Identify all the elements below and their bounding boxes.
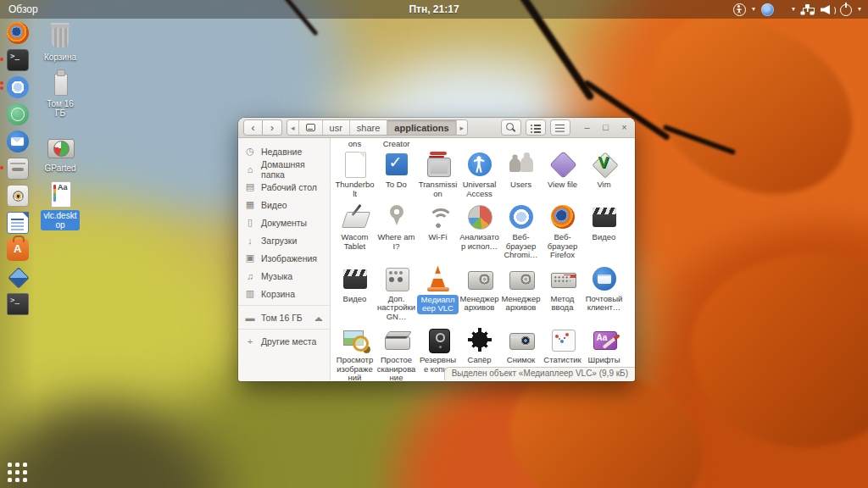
- app-item-vlc-selected[interactable]: Медиаплеер VLC: [417, 264, 459, 314]
- desktop-file-icon: [46, 180, 75, 208]
- desktop-item-gparted[interactable]: GParted: [44, 133, 75, 173]
- app-item-archive-manager[interactable]: Менеджер архивов: [459, 264, 500, 313]
- chevron-down-icon[interactable]: ▾: [752, 0, 755, 19]
- sidebar-label: Домашняя папка: [261, 159, 323, 180]
- desktop-item-volume[interactable]: Том 16 ГБ: [42, 69, 79, 118]
- dock-item-files[interactable]: [5, 157, 31, 180]
- accessibility-icon[interactable]: [733, 3, 746, 16]
- dock-item-green-app[interactable]: [5, 103, 31, 125]
- sidebar-item-recent[interactable]: ◷Недавние: [238, 142, 330, 160]
- app-item-firefox[interactable]: Веб-браузер Firefox: [542, 202, 583, 260]
- dock-item-media-player[interactable]: [5, 184, 31, 207]
- app-item-vim[interactable]: Vim: [583, 150, 625, 190]
- dock-item-thunderbird[interactable]: [5, 130, 31, 152]
- activities-button[interactable]: Обзор: [0, 0, 47, 19]
- sidebar-item-music[interactable]: ♫Музыка: [238, 267, 330, 285]
- app-grid: Thunderbolt To Do Transmission Universal…: [334, 150, 626, 380]
- dock-item-libreoffice-writer[interactable]: [5, 211, 31, 234]
- music-note-icon: ♫: [245, 271, 255, 281]
- path-scroll-left[interactable]: ◂: [287, 120, 299, 135]
- home-icon: ⌂: [245, 164, 255, 175]
- sidebar-item-trash[interactable]: ▥Корзина: [238, 285, 330, 302]
- app-indicator-icon[interactable]: [761, 3, 774, 16]
- app-label: Transmission: [417, 180, 459, 198]
- sidebar-item-home[interactable]: ⌂Домашняя папка: [238, 160, 330, 178]
- sidebar-item-documents[interactable]: ▯Документы: [238, 214, 330, 231]
- back-button[interactable]: ‹: [243, 119, 263, 136]
- sidebar-label: Музыка: [261, 271, 292, 281]
- sidebar-item-other-locations[interactable]: +Другие места: [238, 332, 330, 350]
- app-item-disk-usage-analyzer[interactable]: Анализатор испол…: [459, 202, 500, 251]
- sidebar-item-downloads[interactable]: ↓Загрузки: [238, 231, 330, 249]
- app-item-simple-scan[interactable]: Простое сканирование: [376, 325, 417, 380]
- close-button[interactable]: ×: [619, 119, 630, 136]
- desktop-item-trash[interactable]: Корзина: [44, 22, 76, 62]
- app-item-where-am-i[interactable]: Where am I?: [376, 202, 417, 251]
- app-item-gnome-tweaks[interactable]: Доп. настройки GN…: [376, 264, 417, 322]
- hamburger-menu-icon: [555, 123, 565, 133]
- desktop-item-vlc-desktop[interactable]: vlc.desktop: [41, 180, 80, 230]
- path-segment-share[interactable]: share: [350, 120, 388, 135]
- show-applications-button[interactable]: [8, 463, 28, 483]
- clapperboard-icon: [341, 264, 370, 293]
- app-item-image-viewer[interactable]: Просмотр изображений: [334, 325, 376, 380]
- dock-item-firefox[interactable]: [5, 21, 31, 44]
- path-segment-usr[interactable]: usr: [323, 120, 350, 135]
- sidebar-label: Недавние: [261, 147, 302, 157]
- app-label: Веб-браузер Chromi…: [500, 233, 542, 260]
- maximize-button[interactable]: □: [600, 119, 611, 136]
- vim-icon: [590, 150, 619, 179]
- fonts-icon: Aa: [590, 325, 619, 354]
- sidebar-item-pictures[interactable]: ▣Изображения: [238, 249, 330, 267]
- menu-button[interactable]: [550, 119, 570, 136]
- app-item-universal-access[interactable]: Universal Access: [459, 150, 500, 198]
- app-item-fonts[interactable]: AaШрифты: [583, 325, 625, 365]
- app-item-thunderbolt[interactable]: Thunderbolt: [334, 150, 376, 198]
- chromium-icon: [507, 202, 536, 231]
- chromium-icon: [7, 76, 29, 98]
- sidebar-item-desktop[interactable]: ▤Рабочий стол: [238, 178, 330, 196]
- sidebar-item-volume[interactable]: ▬ Том 16 ГБ: [238, 308, 330, 326]
- partial-app-label[interactable]: Creator: [376, 139, 417, 148]
- app-item-todo[interactable]: To Do: [376, 150, 417, 190]
- dock-item-virtualbox[interactable]: [5, 265, 31, 288]
- download-icon: ↓: [245, 236, 255, 246]
- app-item-mail-client[interactable]: Почтовый клиент…: [583, 264, 625, 313]
- network-wired-icon[interactable]: [801, 4, 815, 15]
- volume-icon[interactable]: [821, 3, 834, 15]
- forward-button[interactable]: ›: [263, 119, 282, 136]
- chevron-down-icon[interactable]: ▾: [792, 0, 795, 19]
- app-label-selected: Медиаплеер VLC: [417, 295, 459, 314]
- app-item-wifi[interactable]: Wi-Fi: [417, 202, 459, 242]
- app-item-chromium[interactable]: Веб-браузер Chromi…: [500, 202, 542, 260]
- app-item-wacom-tablet[interactable]: Wacom Tablet: [334, 202, 376, 251]
- power-icon[interactable]: [840, 4, 852, 16]
- clock[interactable]: Птн, 21:17: [409, 3, 459, 15]
- eject-icon[interactable]: [314, 313, 323, 321]
- path-root-button[interactable]: [299, 120, 323, 135]
- dock-item-xterm[interactable]: [5, 292, 31, 315]
- dock-item-ubuntu-software[interactable]: [5, 238, 31, 261]
- app-item-video[interactable]: Видео: [334, 264, 376, 304]
- app-item-users[interactable]: Users: [500, 150, 542, 190]
- app-item-video[interactable]: Видео: [583, 202, 625, 242]
- file-grid-area[interactable]: ons Creator Thunderbolt To Do Transmissi…: [331, 138, 635, 380]
- archive-roller-icon: [465, 264, 494, 293]
- chevron-down-icon[interactable]: ▾: [858, 0, 861, 19]
- app-item-view-file[interactable]: View file: [542, 150, 583, 190]
- view-toggle-button[interactable]: [526, 119, 546, 136]
- top-bar: Обзор Птн, 21:17 ▾ ▾ ▾: [0, 0, 868, 19]
- sidebar-item-videos[interactable]: ▦Видео: [238, 196, 330, 214]
- search-button[interactable]: [501, 119, 521, 136]
- app-item-input-method[interactable]: Метод ввода: [542, 264, 583, 313]
- app-item-transmission[interactable]: Transmission: [417, 150, 459, 198]
- dock-item-terminal[interactable]: [5, 48, 31, 71]
- app-item-archive-manager[interactable]: Менеджер архивов: [500, 264, 542, 313]
- path-scroll-right[interactable]: ▸: [457, 120, 468, 135]
- app-item-mines[interactable]: Сапёр: [459, 325, 500, 365]
- green-app-icon: [7, 103, 29, 125]
- dock-item-chromium[interactable]: [5, 75, 31, 98]
- minimize-button[interactable]: –: [581, 119, 593, 136]
- partial-app-label[interactable]: ons: [334, 139, 376, 148]
- path-segment-applications[interactable]: applications: [387, 120, 456, 135]
